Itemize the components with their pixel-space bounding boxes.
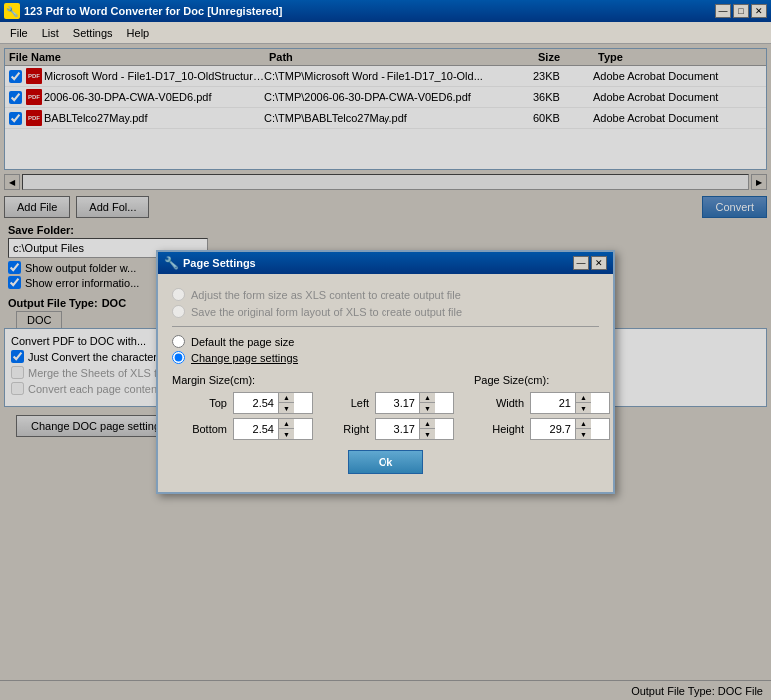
margin-section: Margin Size(cm): Top ▲ ▼ Left	[172, 374, 454, 440]
margin-left-spinner[interactable]: ▲ ▼	[375, 392, 454, 414]
margin-right-up[interactable]: ▲	[419, 419, 435, 429]
close-button[interactable]: ✕	[751, 4, 767, 18]
margin-left-label: Left	[319, 397, 369, 409]
margin-bottom-down[interactable]: ▼	[278, 429, 294, 439]
page-settings-dialog: 🔧 Page Settings — ✕ Adjust the form size…	[156, 250, 615, 494]
page-width-down[interactable]: ▼	[575, 403, 591, 413]
modal-body: Adjust the form size as XLS content to c…	[158, 274, 613, 492]
margin-section-title: Margin Size(cm):	[172, 374, 454, 386]
margin-left-input[interactable]	[376, 393, 419, 413]
page-width-input[interactable]	[531, 393, 575, 413]
margin-top-up[interactable]: ▲	[278, 393, 294, 403]
app-title: 123 Pdf to Word Converter for Doc [Unreg…	[24, 5, 282, 17]
margin-bottom-spinner[interactable]: ▲ ▼	[233, 418, 313, 440]
page-size-right-section: Page Size(cm): Width ▲ ▼ Height	[474, 374, 610, 440]
margin-left-down[interactable]: ▼	[419, 403, 435, 413]
margin-top-spinner[interactable]: ▲ ▼	[233, 392, 313, 414]
radio-row-1: Adjust the form size as XLS content to c…	[172, 288, 599, 301]
modal-title: Page Settings	[183, 257, 256, 269]
margin-top-input[interactable]	[234, 393, 278, 413]
page-height-up[interactable]: ▲	[575, 419, 591, 429]
margin-right-spinner[interactable]: ▲ ▼	[375, 418, 454, 440]
margin-right-input[interactable]	[376, 419, 419, 439]
radio-save-original-label: Save the original form layout of XLS to …	[191, 306, 462, 318]
page-height-down[interactable]: ▼	[575, 429, 591, 439]
title-bar: 🔧 123 Pdf to Word Converter for Doc [Unr…	[0, 0, 771, 22]
divider-1	[172, 326, 599, 327]
radio-default-page: Default the page size	[172, 335, 599, 348]
page-size-section: Margin Size(cm): Top ▲ ▼ Left	[172, 374, 599, 440]
margin-right-label: Right	[319, 423, 369, 435]
page-width-spinner[interactable]: ▲ ▼	[530, 392, 610, 414]
modal-overlay: 🔧 Page Settings — ✕ Adjust the form size…	[0, 44, 771, 700]
radio-default-page-input[interactable]	[172, 335, 185, 348]
page-width-label: Width	[474, 397, 524, 409]
menu-bar: File List Settings Help	[0, 22, 771, 44]
menu-settings[interactable]: Settings	[67, 25, 119, 41]
page-width-up[interactable]: ▲	[575, 393, 591, 403]
modal-minimize-button[interactable]: —	[573, 256, 589, 270]
radio-adjust-form[interactable]	[172, 288, 185, 301]
margin-left-up[interactable]: ▲	[419, 393, 435, 403]
radio-change-page: Change page settings	[172, 351, 599, 364]
page-height-spinner[interactable]: ▲ ▼	[530, 418, 610, 440]
modal-icon: 🔧	[164, 256, 179, 270]
margin-bottom-input[interactable]	[234, 419, 278, 439]
minimize-button[interactable]: —	[715, 4, 731, 18]
margin-bottom-label: Bottom	[172, 423, 227, 435]
ok-button[interactable]: Ok	[348, 450, 424, 474]
margin-right-down[interactable]: ▼	[419, 429, 435, 439]
radio-default-page-label: Default the page size	[191, 336, 294, 348]
radio-change-page-label: Change page settings	[191, 352, 298, 364]
modal-close-button[interactable]: ✕	[591, 256, 607, 270]
ok-btn-row: Ok	[172, 440, 599, 482]
app-icon: 🔧	[4, 3, 20, 19]
margin-top-down[interactable]: ▼	[278, 403, 294, 413]
radio-adjust-form-label: Adjust the form size as XLS content to c…	[191, 289, 461, 301]
maximize-button[interactable]: □	[733, 4, 749, 18]
menu-list[interactable]: List	[36, 25, 65, 41]
page-size-title: Page Size(cm):	[474, 374, 610, 386]
modal-title-bar: 🔧 Page Settings — ✕	[158, 252, 613, 274]
margin-bottom-up[interactable]: ▲	[278, 419, 294, 429]
page-height-label: Height	[474, 423, 524, 435]
page-height-input[interactable]	[531, 419, 575, 439]
menu-help[interactable]: Help	[121, 25, 156, 41]
radio-save-original[interactable]	[172, 305, 185, 318]
menu-file[interactable]: File	[4, 25, 34, 41]
margin-top-label: Top	[172, 397, 227, 409]
radio-change-page-input[interactable]	[172, 351, 185, 364]
radio-row-2: Save the original form layout of XLS to …	[172, 305, 599, 318]
